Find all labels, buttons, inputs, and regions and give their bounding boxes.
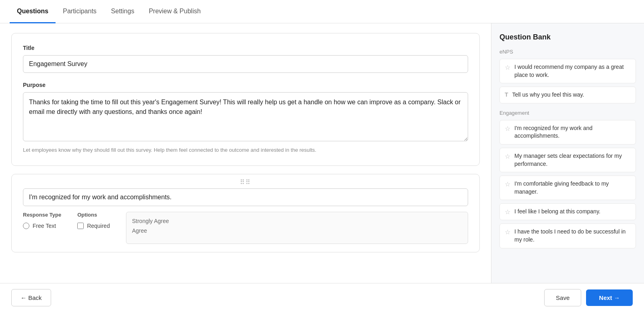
- star-icon-eng-2: ☆: [505, 180, 510, 188]
- qbank-section-engagement-label: Engagement: [500, 110, 636, 116]
- tab-participants[interactable]: Participants: [56, 0, 104, 23]
- qbank-item-text-enps-0: I would recommend my company as a great …: [514, 63, 631, 79]
- qbank-item-eng-4[interactable]: ☆ I have the tools I need to do be succe…: [500, 223, 636, 248]
- star-icon-eng-1: ☆: [505, 153, 510, 160]
- qbank-item-enps-0[interactable]: ☆ I would recommend my company as a grea…: [500, 59, 636, 83]
- qbank-item-text-enps-1: Tell us why you feel this way.: [512, 91, 584, 99]
- next-button[interactable]: Next →: [586, 289, 633, 306]
- purpose-label: Purpose: [23, 82, 468, 88]
- purpose-textarea[interactable]: Thanks for taking the time to fill out t…: [23, 92, 468, 141]
- scale-option-1: Agree: [132, 226, 462, 236]
- options-col: Options Required: [77, 212, 110, 229]
- drag-handle[interactable]: ⠿⠿: [12, 174, 479, 188]
- title-label: Title: [23, 45, 468, 51]
- bottom-bar: ← Back Save Next →: [0, 283, 644, 312]
- required-option[interactable]: Required: [77, 223, 110, 229]
- survey-info-card: Title Purpose Thanks for taking the time…: [11, 33, 480, 166]
- star-icon-enps-0: ☆: [505, 64, 510, 71]
- main-layout: Title Purpose Thanks for taking the time…: [0, 23, 644, 283]
- qbank-item-enps-1[interactable]: T Tell us why you feel this way.: [500, 87, 636, 103]
- title-input[interactable]: [23, 55, 468, 73]
- qbank-item-eng-0[interactable]: ☆ I'm recognized for my work and accompl…: [500, 120, 636, 145]
- qbank-section-enps-label: eNPS: [500, 49, 636, 55]
- question-card: ⠿⠿ Response Type Free Text Options: [11, 174, 480, 252]
- drag-dots-icon: ⠿⠿: [240, 178, 251, 186]
- response-type-col: Response Type Free Text: [23, 212, 61, 229]
- required-checkbox[interactable]: [77, 223, 84, 229]
- purpose-field: Purpose Thanks for taking the time to fi…: [23, 82, 468, 154]
- star-icon-eng-3: ☆: [505, 208, 510, 216]
- question-text-input[interactable]: [23, 188, 468, 206]
- qbank-item-text-eng-1: My manager sets clear expectations for m…: [514, 152, 631, 168]
- back-button[interactable]: ← Back: [11, 289, 51, 306]
- response-type-label: Response Type: [23, 212, 61, 218]
- qbank-item-eng-2[interactable]: ☆ I'm comfortable giving feedback to my …: [500, 176, 636, 200]
- qbank-item-text-eng-4: I have the tools I need to do be success…: [514, 228, 631, 244]
- tab-settings[interactable]: Settings: [104, 0, 142, 23]
- question-options-row: Response Type Free Text Options Required: [23, 212, 468, 244]
- left-panel: Title Purpose Thanks for taking the time…: [0, 23, 491, 283]
- star-icon-eng-4: ☆: [505, 228, 510, 236]
- free-text-radio[interactable]: [23, 223, 29, 229]
- options-label: Options: [77, 212, 110, 218]
- tab-questions[interactable]: Questions: [10, 0, 56, 23]
- top-nav: Questions Participants Settings Preview …: [0, 0, 644, 23]
- free-text-option[interactable]: Free Text: [23, 223, 61, 229]
- qbank-item-eng-3[interactable]: ☆ I feel like I belong at this company.: [500, 203, 636, 220]
- qbank-item-eng-1[interactable]: ☆ My manager sets clear expectations for…: [500, 148, 636, 172]
- save-button[interactable]: Save: [544, 289, 581, 306]
- question-body: Response Type Free Text Options Required: [12, 188, 479, 252]
- back-btn-area: ← Back: [11, 289, 51, 306]
- scale-option-0: Strongly Agree: [132, 216, 462, 226]
- right-panel: Question Bank eNPS ☆ I would recommend m…: [491, 23, 644, 283]
- tab-preview-publish[interactable]: Preview & Publish: [142, 0, 208, 23]
- required-label: Required: [87, 223, 110, 229]
- question-bank-title: Question Bank: [500, 33, 636, 41]
- star-icon-eng-0: ☆: [505, 125, 510, 132]
- scale-dropdown[interactable]: Strongly Agree Agree: [126, 212, 468, 244]
- free-text-label: Free Text: [33, 223, 56, 229]
- text-icon-enps-1: T: [505, 91, 508, 98]
- purpose-hint: Let employees know why they should fill …: [23, 146, 468, 154]
- qbank-item-text-eng-2: I'm comfortable giving feedback to my ma…: [514, 180, 631, 196]
- qbank-item-text-eng-3: I feel like I belong at this company.: [514, 208, 601, 216]
- qbank-item-text-eng-0: I'm recognized for my work and accomplis…: [514, 124, 631, 140]
